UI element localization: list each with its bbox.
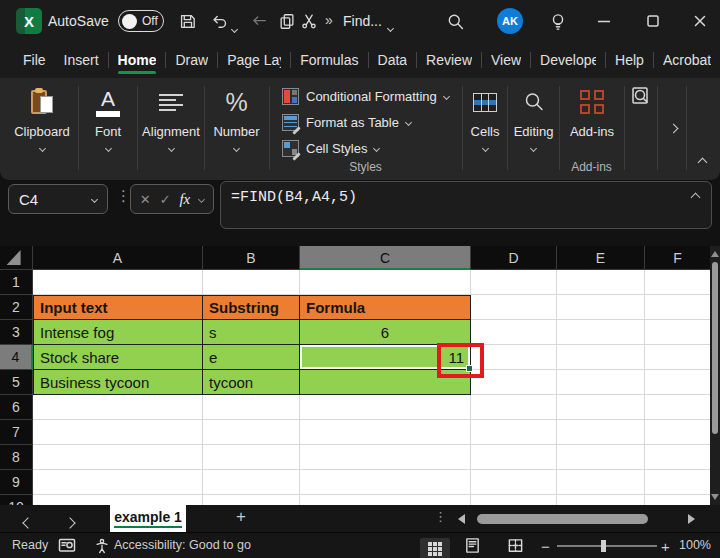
ribbon-collapse-button[interactable] (699, 152, 706, 170)
tab-draw[interactable]: Draw (166, 42, 217, 78)
enter-icon[interactable]: ✓ (160, 192, 171, 207)
scroll-right-arrow-icon[interactable] (688, 514, 695, 524)
scrollbar-resize-handle[interactable]: ⋮ (434, 509, 447, 524)
font-group-button[interactable]: A Font (82, 84, 134, 151)
row-header-9[interactable]: 9 (0, 470, 33, 495)
scroll-up-arrow-icon[interactable] (711, 251, 719, 257)
undo-icon[interactable] (210, 12, 228, 34)
zoom-slider-track[interactable] (557, 545, 657, 547)
tab-help[interactable]: Help (606, 42, 653, 78)
column-header-a[interactable]: A (33, 246, 203, 270)
copy-icon[interactable] (278, 12, 296, 34)
tab-file[interactable]: File (14, 42, 55, 78)
normal-view-button[interactable] (420, 538, 450, 558)
macro-record-icon[interactable] (58, 538, 76, 556)
tab-review[interactable]: Review (417, 42, 481, 78)
cell-a2[interactable]: Input text (33, 295, 203, 320)
cell-a3[interactable]: Intense fog (33, 320, 203, 345)
page-layout-view-button[interactable] (464, 537, 481, 557)
row-header-6[interactable]: 6 (0, 395, 33, 420)
cell-a4[interactable]: Stock share (33, 345, 203, 370)
tab-data[interactable]: Data (369, 42, 417, 78)
insert-function-icon[interactable]: fx (179, 191, 190, 208)
zoom-out-button[interactable]: − (541, 538, 550, 555)
next-sheet-button[interactable] (66, 513, 74, 531)
find-dropdown-chevron-icon[interactable] (388, 17, 393, 35)
alignment-group-button[interactable]: Alignment (139, 84, 203, 151)
formula-bar-drag-handle[interactable]: ⋮ (116, 187, 131, 205)
column-header-b[interactable]: B (203, 246, 300, 270)
chevron-down-icon[interactable] (198, 195, 205, 202)
format-as-table-button[interactable]: Format as Table (282, 112, 411, 132)
save-icon[interactable] (178, 12, 196, 34)
inspect-addin-icon[interactable] (630, 86, 652, 112)
scroll-left-arrow-icon[interactable] (458, 514, 465, 524)
tab-acrobat[interactable]: Acrobat (654, 42, 720, 78)
column-header-d[interactable]: D (471, 246, 557, 270)
name-box[interactable]: C4 (8, 184, 108, 214)
cell-b5[interactable]: tycoon (203, 370, 300, 395)
row-header-2[interactable]: 2 (0, 295, 33, 320)
page-break-view-button[interactable] (507, 537, 524, 557)
zoom-in-button[interactable]: + (661, 538, 670, 555)
clipboard-group-button[interactable]: Clipboard (6, 84, 78, 151)
row-header-7[interactable]: 7 (0, 420, 33, 445)
add-sheet-button[interactable]: + (236, 507, 246, 527)
cut-scissors-icon[interactable] (300, 12, 318, 34)
ribbon-expand-button[interactable] (662, 118, 684, 136)
quick-access-overflow[interactable]: » (325, 12, 333, 28)
tab-formulas[interactable]: Formulas (291, 42, 367, 78)
conditional-formatting-button[interactable]: Conditional Formatting (282, 86, 449, 106)
undo-dropdown-chevron-icon[interactable] (232, 18, 237, 36)
cell-b4[interactable]: e (203, 345, 300, 370)
prev-sheet-button[interactable] (24, 513, 32, 531)
row-header-4[interactable]: 4 (0, 345, 33, 370)
row-header-8[interactable]: 8 (0, 445, 33, 470)
account-avatar[interactable]: AK (497, 8, 523, 34)
cancel-icon[interactable]: ✕ (140, 192, 151, 207)
autosave-toggle[interactable]: Off (118, 10, 164, 32)
formula-input[interactable]: =FIND(B4,A4,5) (220, 181, 712, 229)
cell-a5[interactable]: Business tycoon (33, 370, 203, 395)
formula-bar-collapse-icon[interactable] (691, 193, 701, 203)
tab-page-layout[interactable]: Page Layout (218, 42, 290, 78)
column-header-e[interactable]: E (557, 246, 645, 270)
maximize-button[interactable] (643, 11, 663, 31)
row-header-5[interactable]: 5 (0, 370, 33, 395)
sheet-tab-example-1[interactable]: example 1 (110, 505, 186, 532)
lightbulb-icon[interactable] (549, 12, 568, 35)
cell-styles-button[interactable]: Cell Styles (282, 138, 379, 158)
cell-b3[interactable]: s (203, 320, 300, 345)
cell-b2[interactable]: Substring (203, 295, 300, 320)
select-all-corner[interactable] (0, 246, 33, 270)
vertical-scroll-thumb[interactable] (712, 262, 718, 434)
tab-insert[interactable]: Insert (55, 42, 108, 78)
find-label[interactable]: Find... (343, 13, 382, 29)
zoom-level[interactable]: 100% (679, 538, 711, 552)
cells-group-button[interactable]: Cells (463, 84, 507, 151)
excel-logo-icon[interactable]: X (16, 8, 42, 34)
vertical-scrollbar[interactable] (710, 246, 720, 505)
accessibility-status[interactable]: Accessibility: Good to go (114, 538, 251, 552)
tab-view[interactable]: View (482, 42, 530, 78)
accessibility-icon[interactable] (94, 538, 110, 557)
tab-developer[interactable]: Developer (531, 42, 605, 78)
horizontal-scroll-thumb[interactable] (477, 514, 648, 524)
column-header-c[interactable]: C (300, 246, 471, 270)
close-button[interactable] (690, 11, 710, 31)
row-header-3[interactable]: 3 (0, 320, 33, 345)
zoom-slider-thumb[interactable] (601, 540, 606, 552)
row-header-1[interactable]: 1 (0, 270, 33, 295)
addins-button[interactable]: Add-ins (560, 84, 624, 139)
search-icon[interactable] (446, 12, 465, 35)
cell-c2[interactable]: Formula (300, 295, 471, 320)
tab-home[interactable]: Home (109, 42, 166, 78)
column-header-f[interactable]: F (645, 246, 710, 270)
scroll-down-arrow-icon[interactable] (711, 494, 719, 500)
number-group-button[interactable]: % Number (206, 84, 267, 151)
row-header-10[interactable]: 10 (0, 495, 33, 505)
editing-group-button[interactable]: Editing (508, 84, 559, 151)
column-headers: A B C D E F (33, 246, 710, 270)
minimize-button[interactable] (594, 11, 614, 31)
cell-c3[interactable]: 6 (300, 320, 471, 345)
